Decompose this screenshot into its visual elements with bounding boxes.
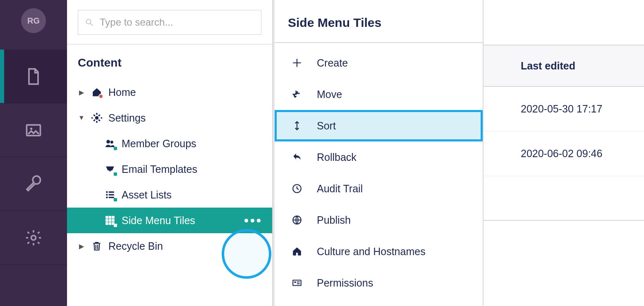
svg-rect-15 bbox=[109, 216, 112, 219]
svg-rect-12 bbox=[109, 194, 114, 195]
context-action-permissions[interactable]: Permissions bbox=[275, 267, 483, 299]
avatar[interactable]: RG bbox=[21, 8, 46, 33]
svg-rect-19 bbox=[112, 219, 115, 222]
svg-rect-18 bbox=[109, 219, 112, 222]
globe-icon bbox=[292, 215, 302, 225]
context-action-label: Publish bbox=[317, 214, 351, 226]
svg-rect-17 bbox=[105, 219, 108, 222]
tree-node-member-groups[interactable]: Member Groups bbox=[67, 131, 272, 156]
document-icon bbox=[24, 67, 43, 86]
gear-icon bbox=[91, 112, 102, 123]
table-header: Last edited bbox=[484, 45, 644, 87]
badge-icon bbox=[292, 277, 302, 288]
content-tree-panel: Content ▶ Home ▼ Settings M bbox=[67, 0, 273, 306]
context-action-move[interactable]: Move bbox=[275, 79, 483, 110]
context-action-create[interactable]: Create bbox=[275, 47, 483, 79]
svg-point-6 bbox=[106, 140, 110, 143]
rail-media[interactable] bbox=[0, 103, 67, 157]
tree-node-label: Member Groups bbox=[122, 138, 196, 150]
tree-node-label: Recycle Bin bbox=[108, 240, 163, 252]
svg-point-7 bbox=[110, 141, 113, 143]
svg-point-8 bbox=[106, 191, 108, 193]
tree-node-email-templates[interactable]: Email Templates bbox=[67, 156, 272, 182]
image-icon bbox=[24, 121, 43, 139]
indicator-icon bbox=[114, 172, 117, 176]
main-panel: Last edited 2020-05-30 17:17 2020-06-02 … bbox=[484, 0, 644, 306]
svg-point-9 bbox=[106, 194, 108, 196]
tree-node-label: Side Menu Tiles bbox=[122, 215, 195, 227]
svg-rect-28 bbox=[294, 282, 296, 283]
tree-node-label: Home bbox=[108, 86, 136, 98]
tree-node-recycle-bin[interactable]: ▶ Recycle Bin bbox=[67, 233, 272, 259]
caret-down-icon[interactable]: ▼ bbox=[78, 114, 85, 122]
table-row[interactable]: 2020-05-30 17:17 bbox=[484, 87, 644, 131]
table-row[interactable]: 2020-06-02 09:46 bbox=[484, 131, 644, 176]
nav-rail: RG bbox=[0, 0, 67, 306]
indicator-icon bbox=[114, 198, 117, 201]
tree-node-label: Settings bbox=[108, 112, 146, 124]
move-icon bbox=[292, 89, 302, 100]
context-action-audit-trail[interactable]: Audit Trail bbox=[275, 173, 483, 204]
search-box[interactable] bbox=[78, 10, 261, 35]
avatar-initials: RG bbox=[27, 16, 40, 26]
toolbar-placeholder bbox=[484, 0, 644, 45]
caret-right-icon[interactable]: ▶ bbox=[78, 242, 85, 250]
gear-icon bbox=[24, 229, 43, 247]
context-action-label: Rollback bbox=[317, 151, 357, 163]
svg-rect-13 bbox=[109, 197, 114, 198]
context-action-culture[interactable]: Culture and Hostnames bbox=[275, 236, 483, 267]
context-menu-panel: Side Menu Tiles Create Move Sort Rollbac… bbox=[273, 0, 484, 306]
clock-icon bbox=[292, 183, 302, 194]
context-action-label: Sort bbox=[317, 120, 336, 132]
search-input[interactable] bbox=[99, 16, 254, 29]
cell-last-edited: 2020-05-30 17:17 bbox=[521, 103, 602, 115]
column-header-last-edited[interactable]: Last edited bbox=[521, 60, 575, 72]
rail-content[interactable] bbox=[0, 50, 67, 103]
context-action-label: Move bbox=[317, 88, 342, 100]
svg-rect-16 bbox=[112, 216, 115, 219]
context-action-publish[interactable]: Publish bbox=[275, 204, 483, 236]
home-small-icon bbox=[292, 246, 302, 257]
svg-rect-21 bbox=[109, 222, 112, 225]
tree-node-label: Email Templates bbox=[122, 163, 197, 175]
sort-icon bbox=[292, 120, 302, 131]
context-action-rollback[interactable]: Rollback bbox=[275, 141, 483, 173]
context-action-label: Create bbox=[317, 57, 348, 69]
tree-node-side-menu-tiles[interactable]: Side Menu Tiles bbox=[67, 208, 272, 233]
svg-point-1 bbox=[30, 127, 33, 130]
wrench-icon bbox=[24, 175, 43, 193]
tree-node-actions-button[interactable] bbox=[244, 219, 261, 222]
svg-rect-14 bbox=[105, 216, 108, 219]
svg-rect-27 bbox=[293, 280, 301, 286]
tree-node-label: Asset Lists bbox=[122, 189, 172, 201]
context-menu-title: Side Menu Tiles bbox=[275, 0, 483, 43]
svg-line-4 bbox=[91, 24, 93, 26]
status-badge-icon bbox=[98, 94, 103, 99]
table-row-empty bbox=[484, 176, 644, 221]
section-title-content: Content bbox=[67, 45, 272, 79]
svg-rect-11 bbox=[109, 191, 114, 193]
svg-point-3 bbox=[86, 19, 91, 24]
svg-rect-20 bbox=[105, 222, 108, 225]
svg-point-10 bbox=[106, 196, 108, 198]
context-action-label: Permissions bbox=[317, 277, 373, 289]
indicator-icon bbox=[114, 147, 117, 150]
context-action-label: Audit Trail bbox=[317, 183, 363, 195]
indicator-icon bbox=[114, 224, 117, 227]
tree-node-settings[interactable]: ▼ Settings bbox=[67, 105, 272, 131]
tree-node-home[interactable]: ▶ Home bbox=[67, 79, 272, 105]
cell-last-edited: 2020-06-02 09:46 bbox=[521, 148, 602, 160]
tree-node-asset-lists[interactable]: Asset Lists bbox=[67, 182, 272, 208]
context-action-sort[interactable]: Sort bbox=[275, 110, 483, 141]
context-action-label: Culture and Hostnames bbox=[317, 246, 426, 258]
trash-icon bbox=[91, 241, 102, 251]
plus-icon bbox=[292, 57, 302, 68]
caret-right-icon[interactable]: ▶ bbox=[78, 88, 85, 96]
svg-point-5 bbox=[95, 116, 99, 120]
content-tree: ▶ Home ▼ Settings Member Groups bbox=[67, 79, 272, 259]
rail-settings[interactable] bbox=[0, 211, 67, 265]
svg-point-2 bbox=[31, 235, 36, 240]
undo-icon bbox=[292, 152, 302, 163]
rail-tools[interactable] bbox=[0, 157, 67, 211]
search-icon bbox=[85, 18, 94, 27]
